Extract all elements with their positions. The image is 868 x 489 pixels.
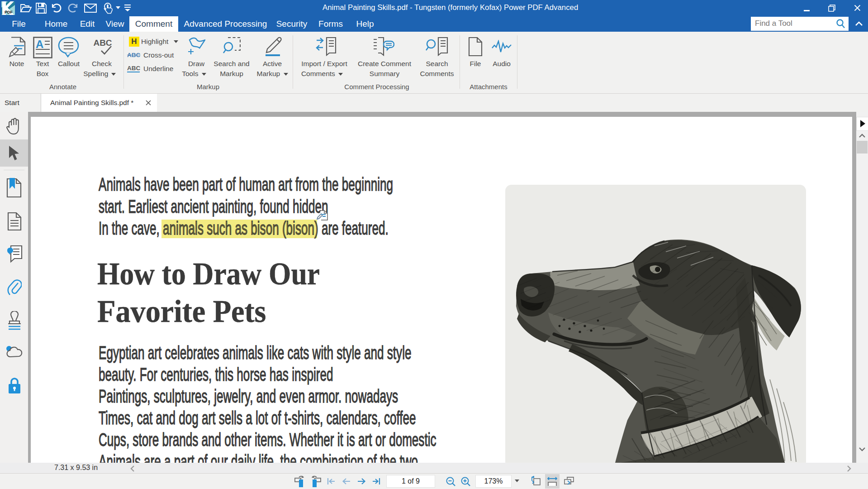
svg-text:A: A <box>36 38 43 50</box>
svg-text:PDF: PDF <box>5 10 13 14</box>
